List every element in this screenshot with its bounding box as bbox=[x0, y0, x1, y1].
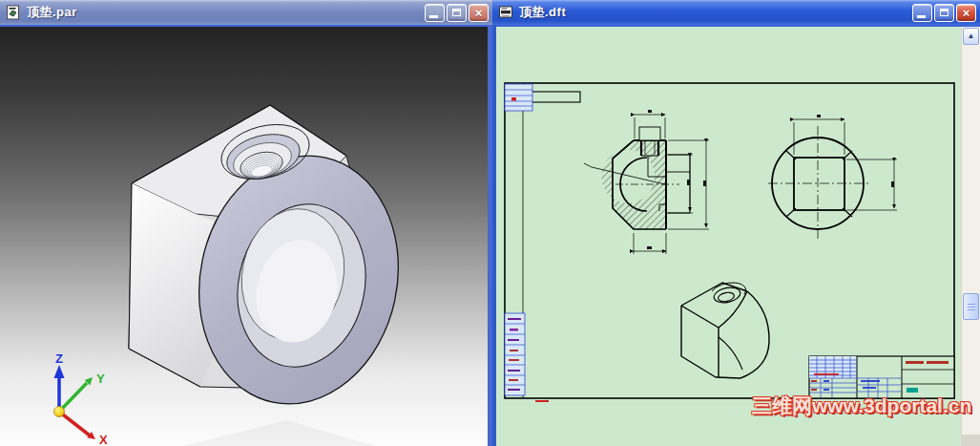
draft-window-titlebar[interactable]: 顶垫.dft × bbox=[492, 0, 980, 25]
maximize-button[interactable] bbox=[447, 4, 467, 22]
draft-document-icon[interactable] bbox=[498, 5, 513, 20]
scrollbar-grip-icon bbox=[968, 304, 975, 311]
coordinate-triad: Z Y X bbox=[54, 351, 109, 446]
revision-table bbox=[505, 84, 532, 111]
close-button[interactable]: × bbox=[956, 4, 976, 22]
draft-client-area[interactable]: ▲ bbox=[496, 25, 980, 446]
x-axis-label: X bbox=[99, 433, 108, 446]
maximize-button[interactable] bbox=[934, 4, 954, 22]
minimize-icon bbox=[429, 15, 438, 18]
y-axis-label: Y bbox=[96, 372, 105, 386]
sheet-frame bbox=[505, 83, 954, 402]
parts-list-table bbox=[505, 313, 525, 395]
part-window: 顶垫.par × bbox=[0, 0, 492, 446]
close-button[interactable]: × bbox=[469, 4, 489, 22]
x-axis bbox=[59, 412, 90, 435]
origin-ball bbox=[54, 407, 65, 417]
close-icon: × bbox=[963, 7, 970, 19]
draft-window: 顶垫.dft × bbox=[492, 0, 980, 446]
isometric-view[interactable] bbox=[681, 283, 769, 378]
3d-part-model[interactable] bbox=[129, 105, 421, 423]
dimensions bbox=[794, 119, 897, 210]
front-section-view[interactable] bbox=[584, 110, 709, 254]
3d-viewport[interactable]: Z Y X bbox=[0, 25, 488, 446]
scrollbar-thumb[interactable] bbox=[963, 293, 979, 320]
draft-window-title: 顶垫.dft bbox=[519, 4, 907, 21]
minimize-icon bbox=[917, 15, 926, 18]
scroll-up-icon: ▲ bbox=[968, 32, 975, 40]
minimize-button[interactable] bbox=[425, 4, 445, 22]
minimize-button[interactable] bbox=[912, 4, 932, 22]
floor-shadow bbox=[134, 420, 406, 446]
solid-edge-workspace: 顶垫.par × bbox=[0, 0, 980, 446]
z-axis-label: Z bbox=[55, 351, 63, 366]
part-document-icon[interactable] bbox=[6, 5, 21, 20]
watermark-text: 三维网www.3dportal.cn bbox=[752, 393, 971, 419]
maximize-icon bbox=[452, 9, 461, 16]
y-axis bbox=[59, 383, 87, 412]
part-window-titlebar[interactable]: 顶垫.par × bbox=[0, 0, 492, 25]
close-icon: × bbox=[475, 7, 483, 19]
side-view[interactable] bbox=[768, 115, 897, 241]
vertical-scrollbar[interactable]: ▲ bbox=[961, 27, 980, 446]
scroll-up-button[interactable]: ▲ bbox=[963, 28, 979, 45]
scrollbar-corner bbox=[961, 435, 980, 446]
maximize-icon bbox=[940, 9, 949, 16]
part-window-title: 顶垫.par bbox=[27, 4, 419, 21]
drawing-sheet[interactable] bbox=[496, 27, 961, 446]
